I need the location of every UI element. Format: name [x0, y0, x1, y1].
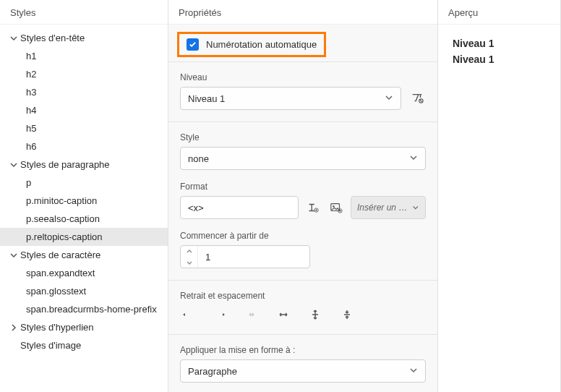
tree-group-label: Styles de paragraphe	[20, 159, 110, 170]
tree-item-h4[interactable]: h4	[0, 101, 168, 119]
spacing-collapse-vertical-icon[interactable]	[339, 307, 355, 323]
insert-image-icon[interactable]	[327, 199, 345, 216]
stepper-up-icon[interactable]	[181, 246, 197, 257]
tree-item-h2[interactable]: h2	[0, 65, 168, 83]
spacing-expand-vertical-icon[interactable]	[307, 307, 323, 323]
level-label: Niveau	[180, 72, 426, 82]
tree-group-label: Styles de caractère	[20, 250, 100, 260]
outdent-icon[interactable]	[180, 307, 196, 323]
insert-number-label: Insérer un n…	[357, 203, 409, 213]
tree-item-glosstext[interactable]: span.glosstext	[0, 282, 168, 300]
start-value: 1	[198, 246, 309, 268]
tree-group-label: Styles d'hyperlien	[20, 322, 93, 333]
preview-body: Niveau 1 Niveau 1	[438, 25, 560, 82]
insert-text-icon[interactable]	[304, 199, 322, 216]
chevron-down-icon	[9, 250, 19, 260]
autonum-checkbox[interactable]	[187, 38, 199, 51]
spacing-reduce-horizontal-icon[interactable]	[244, 307, 260, 323]
tree-group-hyperlink-styles[interactable]: Styles d'hyperlien	[0, 318, 168, 336]
style-label: Style	[180, 132, 426, 142]
tree-group-character-styles[interactable]: Styles de caractère	[0, 246, 168, 264]
autonum-highlight: Numérotation automatique	[177, 32, 326, 57]
tree-group-label: Styles d'en-tête	[20, 33, 85, 43]
chevron-down-icon	[409, 366, 418, 377]
indent-label: Retrait et espacement	[180, 291, 426, 301]
autonum-label: Numérotation automatique	[206, 39, 317, 50]
preview-line: Niveau 1	[453, 38, 546, 49]
spacing-horizontal-icon[interactable]	[275, 307, 291, 323]
tree-item-h6[interactable]: h6	[0, 137, 168, 155]
chevron-down-icon	[385, 93, 393, 104]
apply-label: Appliquer la mise en forme à :	[180, 345, 426, 355]
format-label: Format	[180, 182, 426, 192]
format-input[interactable]: <x>	[180, 196, 299, 219]
check-icon	[189, 41, 197, 48]
level-value: Niveau 1	[188, 93, 225, 104]
tree-group-label: Styles d'image	[20, 340, 81, 351]
chevron-down-icon	[409, 153, 418, 164]
styles-tree: Styles d'en-tête h1 h2 h3 h4 h5 h6 Style…	[0, 25, 168, 359]
apply-value: Paragraphe	[188, 366, 237, 377]
properties-header: Propriétés	[168, 0, 437, 25]
style-select[interactable]: none	[180, 147, 426, 170]
svg-point-3	[333, 205, 334, 207]
preview-header: Aperçu	[438, 0, 560, 25]
level-select[interactable]: Niveau 1	[180, 87, 401, 110]
tree-group-image-styles[interactable]: Styles d'image	[0, 336, 168, 354]
tree-item-p[interactable]: p	[0, 174, 168, 192]
indent-icon[interactable]	[212, 307, 228, 323]
style-value: none	[188, 153, 209, 164]
tree-item-minitoc[interactable]: p.minitoc-caption	[0, 192, 168, 210]
tree-item-breadcrumbs[interactable]: span.breadcurmbs-home-prefix	[0, 300, 168, 318]
reset-format-icon[interactable]	[408, 90, 426, 107]
tree-item-h5[interactable]: h5	[0, 119, 168, 137]
tree-item-h3[interactable]: h3	[0, 83, 168, 101]
styles-header: Styles	[0, 0, 168, 25]
chevron-down-icon	[9, 160, 19, 170]
stepper-down-icon[interactable]	[181, 257, 197, 268]
chevron-right-icon	[9, 323, 19, 333]
insert-number-dropdown[interactable]: Insérer un n…	[351, 196, 426, 219]
start-label: Commencer à partir de	[180, 231, 426, 241]
chevron-down-icon	[412, 204, 419, 211]
chevron-down-icon	[9, 33, 19, 43]
tree-item-reltopics[interactable]: p.reltopics-caption	[0, 228, 168, 246]
tree-item-seealso[interactable]: p.seealso-caption	[0, 210, 168, 228]
preview-line: Niveau 1	[453, 54, 546, 65]
tree-item-expandtext[interactable]: span.expandtext	[0, 264, 168, 282]
tree-item-h1[interactable]: h1	[0, 47, 168, 65]
tree-group-header-styles[interactable]: Styles d'en-tête	[0, 29, 168, 47]
start-stepper[interactable]: 1	[180, 245, 310, 268]
apply-select[interactable]: Paragraphe	[180, 359, 426, 383]
format-value: <x>	[188, 203, 204, 213]
tree-group-paragraph-styles[interactable]: Styles de paragraphe	[0, 155, 168, 174]
